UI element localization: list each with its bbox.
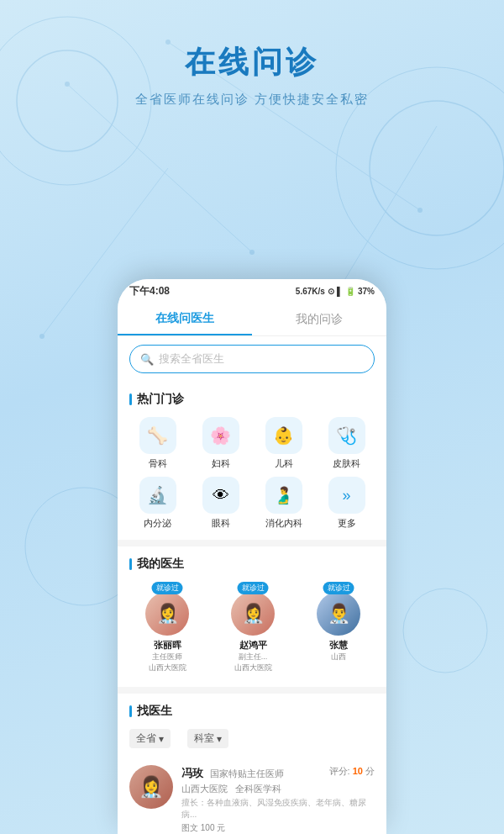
- svg-point-15: [39, 334, 45, 339]
- doctor-card-2[interactable]: 就诊过 👨‍⚕️ 张慧 山西: [301, 582, 375, 673]
- endocrine-label: 内分泌: [144, 517, 171, 530]
- dept-orthopedics[interactable]: 🦴 骨科: [129, 417, 186, 470]
- hero-subtitle: 全省医师在线问诊 方便快捷安全私密: [17, 92, 487, 108]
- svg-point-5: [403, 589, 487, 673]
- doc-name-row: 冯玫 国家特贴主任医师 评分: 10 分: [181, 765, 375, 781]
- wifi-icon: ⊙: [328, 287, 334, 296]
- dermatology-label: 皮肤科: [333, 457, 360, 470]
- svg-point-11: [249, 250, 255, 255]
- search-input[interactable]: 搜索全省医生: [159, 351, 224, 367]
- doc-hospital-0: 山西大医院 全科医学科: [181, 783, 375, 795]
- list-avatar-0: 👩‍⚕️: [129, 765, 173, 809]
- phone-mockup: 下午4:08 5.67K/s ⊙ ▌ 🔋 37% 在线问医生 我的问诊 🔍 搜索…: [118, 279, 386, 834]
- orthopedics-icon: 🦴: [139, 417, 176, 454]
- hot-depts-title: 热门门诊: [129, 392, 375, 407]
- doctor-name-2: 张慧: [329, 639, 348, 652]
- search-icon: 🔍: [140, 353, 154, 366]
- dept-gynecology[interactable]: 🌸 妇科: [192, 417, 249, 470]
- filter-province[interactable]: 全省 ▾: [129, 729, 171, 748]
- dermatology-icon: 🩺: [328, 417, 365, 454]
- gastro-label: 消化内科: [265, 517, 302, 530]
- doctor-avatar-2: 👨‍⚕️: [317, 592, 360, 636]
- doctor-name-1: 赵鸿平: [239, 639, 267, 652]
- doctor-role-1: 副主任...: [239, 652, 268, 662]
- doctors-scroll[interactable]: 就诊过 👩‍⚕️ 张丽晖 主任医师 山西大医院 就诊过 👩‍⚕️ 赵鸿平 副主任…: [129, 582, 375, 677]
- accent-bar-2: [129, 558, 132, 570]
- ophthalmology-label: 眼科: [212, 517, 230, 530]
- hot-depts-section: 热门门诊 🦴 骨科 🌸 妇科 👶 儿科 🩺 皮肤科: [118, 382, 386, 540]
- my-doctors-section: 我的医生 就诊过 👩‍⚕️ 张丽晖 主任医师 山西大医院 就诊过 👩‍⚕️ 赵鸿…: [118, 546, 386, 687]
- gynecology-icon: 🌸: [202, 417, 239, 454]
- doctor-tag-1: 就诊过: [238, 582, 269, 594]
- gastro-icon: 🫃: [265, 477, 302, 514]
- find-filters: 全省 ▾ 科室 ▾: [129, 729, 375, 748]
- endocrine-icon: 🔬: [139, 477, 176, 514]
- dept-grid: 🦴 骨科 🌸 妇科 👶 儿科 🩺 皮肤科 🔬 内分泌: [129, 417, 375, 530]
- dept-pediatrics[interactable]: 👶 儿科: [255, 417, 312, 470]
- dept-dermatology[interactable]: 🩺 皮肤科: [318, 417, 375, 470]
- signal-strength: 5.67K/s: [296, 287, 325, 296]
- dept-ophthalmology[interactable]: 👁 眼科: [192, 477, 249, 530]
- doctor-list-item-0[interactable]: 👩‍⚕️ 冯玫 国家特贴主任医师 评分: 10 分 山西大医院: [129, 757, 375, 834]
- accent-bar-3: [129, 705, 132, 717]
- accent-bar: [129, 393, 132, 405]
- doctor-hospital-2: 山西: [331, 652, 346, 662]
- chevron-down-icon: ▾: [159, 733, 164, 745]
- battery-icon: 🔋: [345, 287, 355, 296]
- doctor-role-0: 主任医师: [152, 652, 182, 662]
- doc-desc-0: 擅长：各种血液病、风湿免疫疾病、老年病、糖尿病...: [181, 797, 375, 821]
- dept-gastro[interactable]: 🫃 消化内科: [255, 477, 312, 530]
- doctor-hospital-0: 山西大医院: [149, 662, 186, 673]
- status-time: 下午4:08: [129, 284, 170, 298]
- ophthalmology-icon: 👁: [202, 477, 239, 514]
- doc-info-0: 冯玫 国家特贴主任医师 评分: 10 分 山西大医院 全科医学科 擅长：各种血液…: [181, 765, 375, 834]
- filter-dept[interactable]: 科室 ▾: [187, 729, 228, 748]
- doctor-hospital-1: 山西大医院: [234, 662, 272, 673]
- doctor-avatar-1: 👩‍⚕️: [231, 592, 275, 636]
- orthopedics-label: 骨科: [149, 457, 167, 470]
- doctor-avatar-0: 👩‍⚕️: [145, 592, 189, 636]
- tabs-bar: 在线问医生 我的问诊: [118, 303, 386, 336]
- my-doctors-title: 我的医生: [129, 557, 375, 572]
- hero-section: 在线问诊 全省医师在线问诊 方便快捷安全私密: [0, 0, 504, 124]
- doc-price-0: 图文 100 元: [181, 822, 375, 834]
- status-bar: 下午4:08 5.67K/s ⊙ ▌ 🔋 37%: [118, 279, 386, 303]
- hero-title: 在线问诊: [17, 42, 487, 83]
- doc-name-0: 冯玫: [181, 767, 203, 779]
- dept-more[interactable]: » 更多: [318, 477, 375, 530]
- search-input-wrap[interactable]: 🔍 搜索全省医生: [129, 345, 375, 373]
- doctor-name-0: 张丽晖: [154, 639, 181, 652]
- find-doctor-section: 找医生 全省 ▾ 科室 ▾ 👩‍⚕️ 冯玫 国家: [118, 694, 386, 834]
- doctor-tag-2: 就诊过: [323, 582, 354, 594]
- pediatrics-label: 儿科: [275, 457, 293, 470]
- pediatrics-icon: 👶: [265, 417, 302, 454]
- tab-ask-doctor[interactable]: 在线问医生: [118, 303, 252, 335]
- more-icon: »: [328, 477, 365, 514]
- doctor-card-0[interactable]: 就诊过 👩‍⚕️ 张丽晖 主任医师 山西大医院: [129, 582, 205, 673]
- battery-percent: 37%: [358, 287, 375, 296]
- svg-line-9: [336, 126, 437, 294]
- signal-bars-icon: ▌: [337, 287, 343, 296]
- more-label: 更多: [338, 517, 356, 530]
- doc-score-0: 评分: 10 分: [329, 765, 375, 778]
- dept-endocrine[interactable]: 🔬 内分泌: [129, 477, 186, 530]
- doc-title-0: 国家特贴主任医师: [210, 768, 284, 779]
- doctor-tag-0: 就诊过: [152, 582, 183, 594]
- gynecology-label: 妇科: [212, 457, 230, 470]
- doctor-card-1[interactable]: 就诊过 👩‍⚕️ 赵鸿平 副主任... 山西大医院: [215, 582, 291, 673]
- svg-point-13: [417, 208, 423, 213]
- chevron-down-icon-2: ▾: [217, 733, 222, 745]
- status-right: 5.67K/s ⊙ ▌ 🔋 37%: [296, 287, 375, 296]
- content-area: 热门门诊 🦴 骨科 🌸 妇科 👶 儿科 🩺 皮肤科: [118, 382, 386, 834]
- search-area: 🔍 搜索全省医生: [118, 336, 386, 382]
- find-doctor-title: 找医生: [129, 704, 375, 719]
- tab-my-consult[interactable]: 我的问诊: [252, 303, 386, 335]
